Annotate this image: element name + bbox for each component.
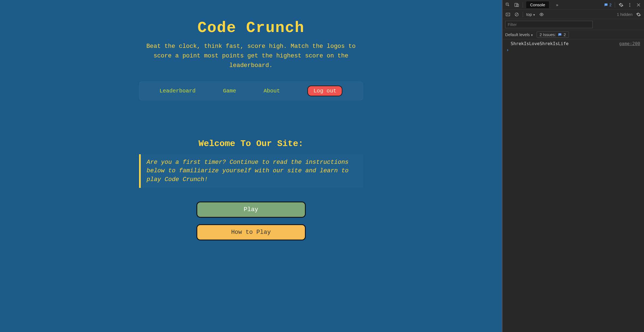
console-levels-bar: Default levels 2 Issues: 2 bbox=[502, 30, 644, 39]
divider bbox=[523, 12, 523, 17]
page-title: Code Crunch bbox=[5, 19, 496, 37]
nav-leaderboard[interactable]: Leaderboard bbox=[160, 88, 196, 94]
console-log-message: ShrekIsLoveShrekIsLife bbox=[511, 41, 619, 46]
nav-about[interactable]: About bbox=[264, 88, 280, 94]
nav-game[interactable]: Game bbox=[223, 88, 236, 94]
svg-point-3 bbox=[630, 3, 630, 4]
page-subtitle: Beat the clock, think fast, score high. … bbox=[139, 42, 363, 71]
inspect-element-icon[interactable] bbox=[505, 2, 511, 8]
console-log-source[interactable]: game:200 bbox=[619, 41, 640, 46]
welcome-heading: Welcome To Our Site: bbox=[5, 139, 496, 149]
live-expression-icon[interactable] bbox=[539, 12, 544, 17]
svg-rect-1 bbox=[515, 3, 517, 7]
tab-console[interactable]: Console bbox=[526, 1, 549, 8]
devtools-panel: Console » 2 bbox=[502, 0, 644, 332]
messages-badge[interactable]: 2 bbox=[604, 3, 611, 7]
issues-label: 2 Issues: bbox=[540, 32, 556, 37]
issues-count: 2 bbox=[564, 32, 566, 37]
messages-badge-count: 2 bbox=[609, 3, 611, 7]
log-levels-selector[interactable]: Default levels bbox=[505, 32, 533, 37]
welcome-blurb: Are you a first timer? Continue to read … bbox=[139, 154, 363, 188]
how-to-play-button[interactable]: How to Play bbox=[196, 224, 306, 240]
clear-console-icon[interactable] bbox=[514, 12, 519, 17]
divider bbox=[523, 2, 523, 8]
device-toolbar-icon[interactable] bbox=[514, 2, 519, 8]
context-selector[interactable]: top bbox=[526, 12, 536, 17]
svg-point-8 bbox=[541, 14, 542, 15]
divider bbox=[615, 2, 615, 8]
issues-button[interactable]: 2 Issues: 2 bbox=[537, 31, 569, 38]
console-filter-input[interactable] bbox=[505, 21, 593, 28]
settings-icon[interactable] bbox=[618, 2, 624, 8]
svg-point-5 bbox=[630, 6, 630, 7]
toggle-sidebar-icon[interactable] bbox=[505, 12, 511, 17]
console-prompt[interactable]: › bbox=[502, 47, 644, 53]
tab-more[interactable]: » bbox=[552, 1, 562, 8]
svg-rect-2 bbox=[517, 4, 519, 7]
console-toolbar: top 1 hidden bbox=[502, 10, 644, 19]
svg-rect-0 bbox=[506, 3, 508, 5]
console-output: ShrekIsLoveShrekIsLife game:200 › bbox=[502, 39, 644, 332]
console-settings-icon[interactable] bbox=[636, 12, 641, 17]
kebab-menu-icon[interactable] bbox=[627, 2, 633, 8]
hidden-count-label: 1 hidden bbox=[617, 12, 633, 17]
console-filter-bar bbox=[502, 19, 644, 30]
play-button[interactable]: Play bbox=[196, 202, 306, 218]
app-viewport: Code Crunch Beat the clock, think fast, … bbox=[0, 0, 502, 332]
close-icon[interactable] bbox=[636, 2, 641, 8]
svg-point-4 bbox=[630, 4, 630, 5]
console-log-row: ShrekIsLoveShrekIsLife game:200 bbox=[502, 40, 644, 47]
logout-button[interactable]: Log out bbox=[307, 86, 342, 96]
main-nav: Leaderboard Game About Log out bbox=[139, 81, 363, 100]
devtools-tabbar: Console » 2 bbox=[502, 0, 644, 10]
